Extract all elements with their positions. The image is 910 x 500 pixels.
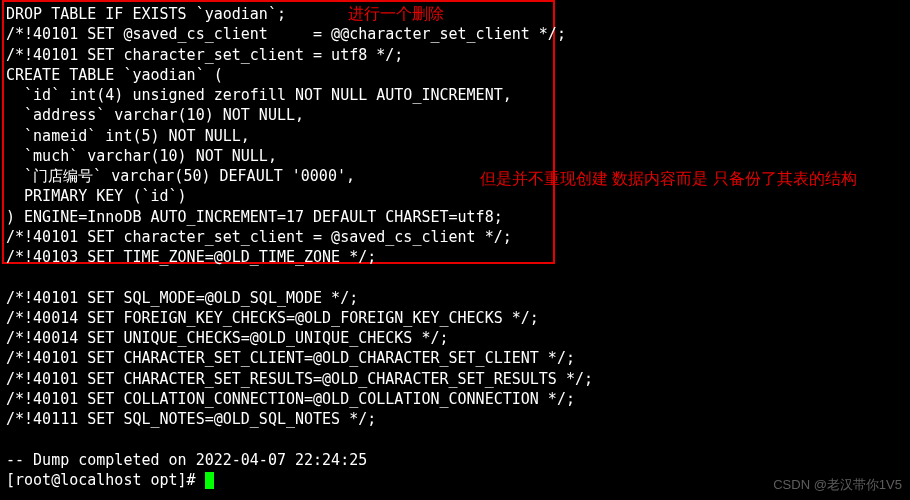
sql-line: /*!40101 SET character_set_client = @sav…: [6, 228, 512, 246]
sql-line: `much` varchar(10) NOT NULL,: [6, 147, 277, 165]
cursor-icon: [205, 472, 214, 489]
sql-line: /*!40103 SET TIME_ZONE=@OLD_TIME_ZONE */…: [6, 248, 376, 266]
sql-line: /*!40101 SET SQL_MODE=@OLD_SQL_MODE */;: [6, 289, 358, 307]
sql-line: /*!40014 SET UNIQUE_CHECKS=@OLD_UNIQUE_C…: [6, 329, 449, 347]
sql-line: `address` varchar(10) NOT NULL,: [6, 106, 304, 124]
sql-line: DROP TABLE IF EXISTS `yaodian`;: [6, 5, 286, 23]
sql-line: /*!40101 SET CHARACTER_SET_RESULTS=@OLD_…: [6, 370, 593, 388]
sql-line: PRIMARY KEY (`id`): [6, 187, 187, 205]
sql-line: /*!40101 SET COLLATION_CONNECTION=@OLD_C…: [6, 390, 575, 408]
sql-line: /*!40101 SET CHARACTER_SET_CLIENT=@OLD_C…: [6, 349, 575, 367]
shell-prompt[interactable]: [root@localhost opt]#: [6, 471, 205, 489]
sql-line: `门店编号` varchar(50) DEFAULT '0000',: [6, 167, 355, 185]
sql-line: /*!40101 SET @saved_cs_client = @@charac…: [6, 25, 566, 43]
sql-line: /*!40101 SET character_set_client = utf8…: [6, 46, 403, 64]
sql-line: -- Dump completed on 2022-04-07 22:24:25: [6, 451, 367, 469]
sql-line: /*!40111 SET SQL_NOTES=@OLD_SQL_NOTES */…: [6, 410, 376, 428]
sql-line: CREATE TABLE `yaodian` (: [6, 66, 223, 84]
terminal-output: DROP TABLE IF EXISTS `yaodian`; /*!40101…: [6, 4, 904, 490]
sql-line: `id` int(4) unsigned zerofill NOT NULL A…: [6, 86, 512, 104]
sql-line: /*!40014 SET FOREIGN_KEY_CHECKS=@OLD_FOR…: [6, 309, 539, 327]
sql-line: ) ENGINE=InnoDB AUTO_INCREMENT=17 DEFAUL…: [6, 208, 503, 226]
sql-line: `nameid` int(5) NOT NULL,: [6, 127, 250, 145]
